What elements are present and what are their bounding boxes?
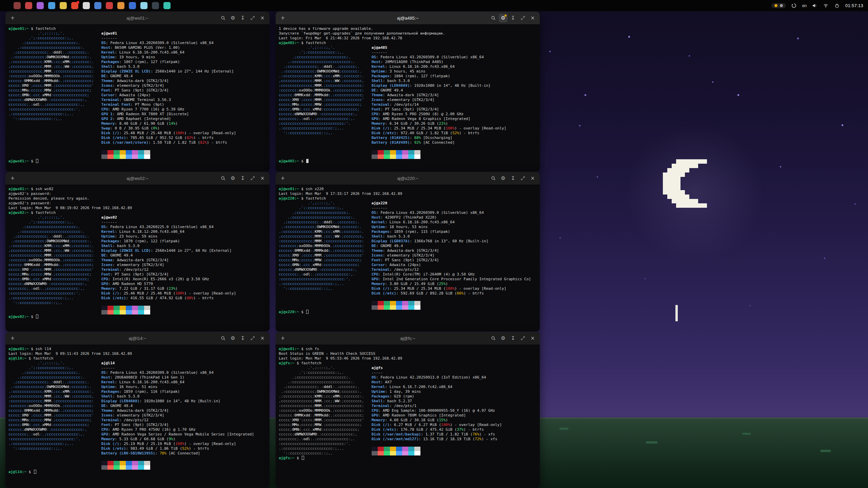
terminal-line: Icons: elementary [GTK2/3/4] [372,98,506,102]
launcher-icon-14[interactable] [163,2,171,9]
close-icon[interactable]: × [528,334,537,343]
terminal-line: Icons: elementary [GTK2/3/4] [372,253,531,258]
terminal-content[interactable]: aj@ws01:~ $ ssh fsBoot Status is GREEN -… [276,345,540,488]
menu-gear-icon[interactable]: ⚙ [229,334,237,343]
launcher-icon-1[interactable] [14,2,21,9]
terminal-line: aj@ws02:~ $ [8,314,267,319]
clock[interactable]: 01:57:13 [845,3,863,8]
terminal-line: aj@a485 [372,45,506,50]
fullscreen-icon[interactable]: ⤢ [518,14,527,22]
new-tab-button[interactable]: + [278,14,287,22]
updates-icon[interactable] [791,3,797,9]
launcher-icon-10[interactable] [117,2,124,9]
new-tab-button[interactable]: + [278,174,287,183]
terminal-line [372,145,506,150]
network-icon[interactable] [823,3,829,9]
download-icon[interactable]: ↧ [509,14,517,22]
terminal-line: OS: Fedora Linux 43.20260225.0 (Silverbl… [101,225,236,229]
download-icon[interactable]: ↧ [238,334,247,343]
terminal-line: Uptime: 1 day, 39 mins [372,389,502,394]
launcher-icon-8[interactable] [94,2,101,9]
terminal-line [101,145,236,150]
fullscreen-icon[interactable]: ⤢ [518,174,527,183]
close-icon[interactable]: × [528,14,537,22]
fullscreen-icon[interactable]: ⤢ [248,14,257,22]
launcher-icon-5[interactable] [60,2,67,9]
terminal-line: aj@ws02 [101,215,236,220]
search-icon[interactable] [489,14,498,22]
download-icon[interactable]: ↧ [238,14,247,22]
terminal-line: Packages: 1867 (rpm), 127 (flatpak) [101,60,236,64]
download-icon[interactable]: ↧ [238,174,247,183]
fullscreen-icon[interactable]: ⤢ [518,334,527,343]
terminal-content[interactable]: aj@ws01:~ $ ssh x220Last login: Mon Mar … [276,185,540,331]
search-icon[interactable] [219,334,228,343]
terminal-line: Display (ZOWIE XL LCD): 868x488 in 27"… [101,248,236,253]
menu-gear-icon[interactable]: ⚙ [499,334,508,343]
fullscreen-icon[interactable]: ⤢ [248,334,257,343]
terminal-line: Uptime: 19 hours, 9 mins [101,55,236,60]
terminal-content[interactable]: aj@ws01:~ $ ssh ws02aj@ws02's password: … [5,185,270,331]
volume-icon[interactable] [812,3,818,9]
terminal-line: Theme: Adwaita-dark [GTK2/3/4] [101,408,254,413]
launcher-icon-11[interactable] [129,2,136,9]
star [824,258,825,259]
terminal-line: DE: GNOME 49.4 [101,74,236,79]
power-icon[interactable] [834,3,840,9]
fullscreen-icon[interactable]: ⤢ [248,174,257,183]
terminal-line: Last login: Fri Mar 6 21:46:32 2026 from… [279,36,537,41]
launcher-icon-9[interactable] [106,2,113,9]
launcher-icon-7[interactable] [83,2,90,9]
close-icon[interactable]: × [258,174,267,183]
launcher-icon-2[interactable] [25,2,32,9]
launcher-icon-12[interactable] [140,2,147,9]
close-icon[interactable]: × [528,174,537,183]
close-icon[interactable]: × [258,14,267,22]
terminal-headerbar: + aj@fs:~ ⚙ ↧ ⤢ × [276,332,540,345]
new-tab-button[interactable]: + [278,334,287,343]
new-tab-button[interactable]: + [8,174,17,183]
search-icon[interactable] [219,14,228,22]
download-icon[interactable]: ↧ [509,174,517,183]
terminal-content[interactable]: aj@ws01:~ $ fastfetch .',;::::;,'. .';:c… [5,25,270,171]
close-icon[interactable]: × [258,334,267,343]
launcher-icon-13[interactable] [152,2,159,9]
menu-gear-icon[interactable]: ⚙ [499,174,508,183]
terminal-window-ws01: + aj@ws01:~ ⚙ ↧ ⤢ × aj@ws01:~ $ fastfetc… [5,12,270,171]
menu-gear-icon[interactable]: ⚙ [229,14,237,22]
terminal-line: CPU: Intel(R) Xeon(R) E5-2666 v3 (20) @ … [101,277,236,282]
terminal-line: Host: AX7 [372,380,502,385]
terminal-line: Disk (/): 25.19 MiB / 25.19 MiB (100%) -… [101,442,254,446]
terminal-line: Disk (/etc): 416.55 GiB / 474.92 GiB (88… [101,296,236,301]
download-icon[interactable]: ↧ [509,334,517,343]
star [597,176,598,178]
terminal-content[interactable]: aj@ws01:~ $ ssh l14Last login: Mon Mar 9… [5,345,270,488]
terminal-line: Memory: 5.33 GiB / 60.68 GiB (9%) [101,437,254,442]
star [797,38,799,39]
terminal-line: Theme: Adwaita-dark [GTK2/3/4] [372,93,506,98]
new-tab-button[interactable]: + [8,334,17,343]
launcher-icon-4[interactable] [48,2,55,9]
launcher-icon-6[interactable] [71,2,78,9]
terminal-line: 1 device has a firmware upgrade availabl… [279,26,537,31]
keyboard-layout-indicator[interactable]: en [802,3,807,8]
terminal-line: Cursor: Adwaita (24px) [372,263,531,267]
terminal-line: Terminal: /dev/pts/14 [372,102,506,107]
search-icon[interactable] [489,334,498,343]
screenshare-indicator-icon [780,4,783,7]
new-tab-button[interactable]: + [8,14,17,22]
terminal-line: Memory: 8.48 GiB / 61.90 GiB (14%) [101,121,236,126]
star [780,166,781,167]
launcher-icon-3[interactable] [37,2,44,9]
terminal-content[interactable]: 1 device has a firmware upgrade availabl… [276,25,540,171]
menu-gear-icon[interactable]: ⚙ [229,174,237,183]
terminal-line: ----- [372,370,502,375]
terminal-line: aj@x220:~ $ [279,310,537,314]
indicator-pill[interactable] [771,3,786,8]
search-icon[interactable] [219,174,228,183]
terminal-line: DE: GNOME 49.4 [101,253,236,258]
menu-gear-icon[interactable]: ⚙ [499,14,508,22]
terminal-line: aj@ws01:~ $ [8,159,267,164]
terminal-line: Packages: 629 (rpm) [372,394,502,399]
search-icon[interactable] [489,174,498,183]
